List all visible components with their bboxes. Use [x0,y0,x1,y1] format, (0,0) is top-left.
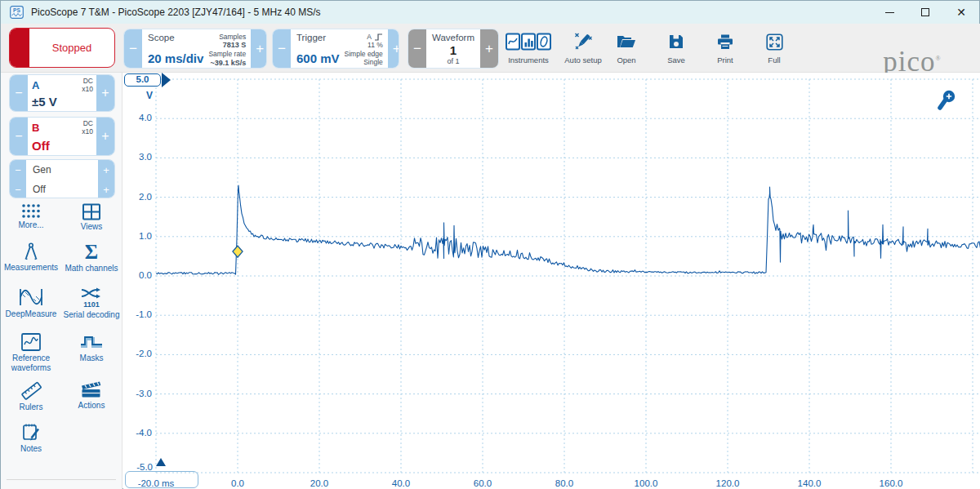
reference-waveforms-icon [20,332,42,352]
views-button[interactable]: Views [61,203,122,242]
run-stop-label: Stopped [29,29,114,67]
maximize-button[interactable] [907,1,943,24]
svg-text:1101: 1101 [83,300,100,309]
stop-indicator [10,29,29,67]
gen-off-increase-button[interactable]: + [98,180,114,198]
print-button[interactable]: Print [706,31,745,64]
trigger-increase-button[interactable]: + [388,29,399,68]
x-axis-scale-handle[interactable] [125,471,198,488]
gen-value[interactable]: Off [26,180,98,198]
trigger-mode: Simple edge [345,50,383,58]
trigger-decrease-button[interactable]: − [273,29,291,68]
x-tick-label: 80.0 [532,478,597,488]
trigger-marker[interactable] [233,246,243,257]
y-tick-label: -4.0 [123,428,152,438]
more-dots-icon [20,203,42,219]
actions-button[interactable]: Actions [61,380,122,422]
gen-off-decrease-button[interactable]: − [10,180,26,198]
x-tick-label: 100.0 [613,478,679,488]
serial-decoding-button[interactable]: 1101 Serial decoding [61,287,122,332]
y-tick-label: 4.0 [123,113,152,122]
y-tick-label: -2.0 [123,349,152,358]
waveform-panel-body[interactable]: Waveform 1 of 1 [426,29,480,68]
channel-a-increase-button[interactable]: + [96,75,114,111]
zoom-magnifier-icon[interactable] [936,89,959,112]
axis-arrow-icon[interactable] [156,458,166,466]
trigger-details: A 11 % Simple edge Single [340,33,383,65]
channel-b-panel: − B DCx10 Off + [9,117,115,156]
math-channels-label: Math channels [65,264,118,273]
print-label: Print [717,56,733,64]
deepmeasure-button[interactable]: DeepMeasure [1,287,61,332]
waveform-view[interactable]: -20.0 ms0.020.040.060.080.0100.0120.0140… [123,73,980,489]
run-stop-button[interactable]: Stopped [9,28,115,68]
x-tick-label: 120.0 [695,478,760,488]
rulers-button[interactable]: Rulers [1,380,61,422]
deepmeasure-icon [19,287,43,308]
more-button[interactable]: More... [1,203,61,242]
serial-decoding-label: Serial decoding [64,310,120,320]
gen-increase-button[interactable]: + [98,160,114,180]
sigma-icon: Σ [85,242,98,262]
measurements-label: Measurements [4,263,58,273]
full-label: Full [768,56,780,64]
more-label: More... [18,220,43,230]
scope-details: Samples 7813 S Sample rate ~39.1 kS/s [203,33,246,65]
actions-icon [80,380,103,399]
notes-button[interactable]: Notes [1,422,61,468]
masks-button[interactable]: Masks [61,332,122,380]
channel-a-panel: − A DCx10 ±5 V + [9,74,115,112]
x-tick-label: 140.0 [777,478,842,488]
scope-panel-body[interactable]: Scope 20 ms/div Samples 7813 S Sample ra… [142,29,251,68]
full-screen-button[interactable]: Full [755,31,794,64]
waveform-previous-button[interactable]: − [408,29,426,68]
gen-label[interactable]: Gen [26,160,98,180]
waveform-next-button[interactable]: + [480,29,498,68]
x-tick-label: 40.0 [368,478,434,488]
minimize-icon [885,12,894,13]
channel-b-increase-button[interactable]: + [96,118,114,155]
trigger-source: A [367,33,372,41]
scope-decrease-button[interactable]: − [124,29,142,68]
axis-arrow-icon[interactable] [162,73,171,87]
gen-decrease-button[interactable]: − [10,160,26,180]
trigger-panel-body[interactable]: Trigger 600 mV A 11 % Simple edge Single [291,29,388,68]
channel-b-name: B [32,122,39,134]
scope-increase-button[interactable]: + [251,29,267,68]
rulers-label: Rulers [20,402,43,412]
channel-b-body[interactable]: B DCx10 Off [28,118,96,155]
open-folder-icon [617,31,636,52]
channel-a-body[interactable]: A DCx10 ±5 V [28,75,96,111]
y-axis-scale-handle[interactable]: 5.0 [124,73,161,87]
close-button[interactable]: ✕ [943,1,979,24]
reference-waveforms-button[interactable]: Reference waveforms [1,332,61,380]
y-tick-label: 1.0 [123,231,152,241]
y-tick-label: 2.0 [123,192,152,202]
open-button[interactable]: Open [607,31,646,64]
instruments-button[interactable]: Instruments [501,31,556,64]
open-label: Open [617,56,635,64]
channel-a-decrease-button[interactable]: − [10,75,28,111]
math-channels-button[interactable]: Σ Math channels [61,242,122,287]
measurements-button[interactable]: Measurements [1,242,61,287]
sample-rate-value: ~39.1 kS/s [210,59,246,67]
reference-waveforms-label: Reference waveforms [4,353,58,372]
app-window: PS PicoScope 7 T&M - PicoScope 2203 [ZJY… [0,0,980,489]
channel-b-decrease-button[interactable]: − [10,118,28,155]
y-tick-label: -3.0 [123,389,152,398]
save-label: Save [667,56,685,64]
window-controls: ✕ [871,1,979,24]
rising-edge-icon [374,33,383,41]
waveform-label: Waveform [428,33,479,42]
auto-setup-button[interactable]: Auto setup [561,31,605,64]
window-title: PicoScope 7 T&M - PicoScope 2203 [ZJY47/… [31,7,321,18]
notes-icon [21,422,42,442]
y-axis-unit: V [138,90,161,101]
save-icon [668,31,684,52]
serial-decoding-icon: 1101 [78,287,105,309]
notes-label: Notes [20,444,42,454]
save-button[interactable]: Save [657,31,696,64]
minimize-button[interactable] [871,1,907,24]
waveform-count: of 1 [428,57,479,65]
scope-graph[interactable] [123,73,980,489]
